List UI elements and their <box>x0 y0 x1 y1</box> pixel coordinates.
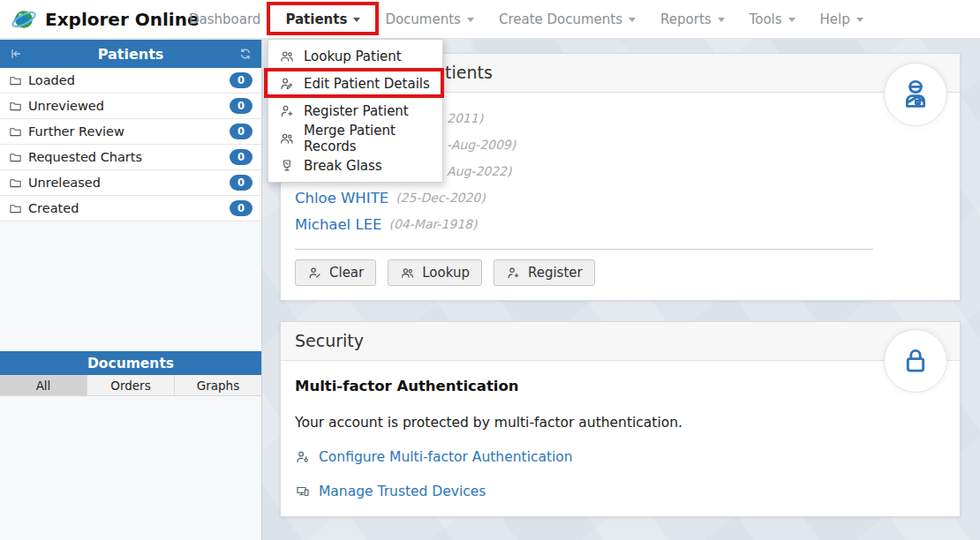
person-add-icon <box>279 103 295 119</box>
caret-down-icon <box>467 18 474 22</box>
mfa-status-text: Your account is protected by multi-facto… <box>295 415 946 431</box>
nav-create-documents[interactable]: Create Documents <box>486 0 648 39</box>
people-group-icon <box>279 49 295 64</box>
people-merge-icon <box>279 131 295 146</box>
people-group-icon <box>400 266 415 281</box>
register-button[interactable]: Register <box>494 259 595 286</box>
security-card-body: Multi-factor Authentication Your account… <box>281 361 960 512</box>
patients-card-title-fragment: tients <box>445 63 493 82</box>
app-brand: Explorer Online <box>0 6 177 33</box>
menu-item-register-patient[interactable]: Register Patient <box>268 97 442 124</box>
menu-item-break-glass[interactable]: Break Glass <box>268 152 442 179</box>
patient-dob-fragment: 2011) <box>447 111 483 125</box>
patient-dob-fragment: -Aug-2009) <box>447 138 516 152</box>
lock-icon <box>899 344 932 378</box>
caret-down-icon <box>353 18 360 22</box>
nav-patients[interactable]: Patients <box>273 0 373 39</box>
caret-down-icon <box>856 18 863 22</box>
folder-icon <box>9 202 22 215</box>
devices-icon <box>295 484 311 499</box>
person-clear-icon <box>307 266 322 281</box>
menu-item-lookup-patient[interactable]: Lookup Patient <box>268 42 442 70</box>
patient-row: Chloe WHITE (25-Dec-2020) <box>295 184 946 211</box>
folder-icon <box>9 151 22 164</box>
tab-orders[interactable]: Orders <box>87 375 175 395</box>
patients-dropdown-menu: Lookup Patient Edit Patient Details Regi… <box>268 39 443 183</box>
security-card-header: Security <box>281 322 960 361</box>
tab-all[interactable]: All <box>0 375 87 395</box>
injured-patient-icon <box>898 77 933 112</box>
count-badge: 0 <box>230 175 253 191</box>
sidebar-item-created[interactable]: Created 0 <box>0 196 261 221</box>
sidebar: Patients Loaded 0 Unreviewed 0 Further R… <box>0 40 262 540</box>
caret-down-icon <box>629 18 636 22</box>
nav-help[interactable]: Help <box>808 0 876 39</box>
sidebar-documents-title: Documents <box>0 351 261 375</box>
refresh-icon[interactable] <box>238 47 253 61</box>
patient-dob-fragment: Aug-2022) <box>447 164 511 178</box>
nav-tools[interactable]: Tools <box>737 0 808 39</box>
patient-dob: (04-Mar-1918) <box>388 217 477 231</box>
count-badge: 0 <box>230 124 253 139</box>
clear-button[interactable]: Clear <box>295 259 376 286</box>
patient-link-chloe-white[interactable]: Chloe WHITE <box>295 190 388 206</box>
patient-link-michael-lee[interactable]: Michael LEE <box>295 216 381 233</box>
break-glass-icon <box>279 158 295 174</box>
sidebar-item-loaded[interactable]: Loaded 0 <box>0 68 261 94</box>
sidebar-item-further-review[interactable]: Further Review 0 <box>0 119 261 145</box>
lookup-button[interactable]: Lookup <box>388 259 482 286</box>
patient-circle-badge <box>884 63 947 126</box>
sidebar-item-unreleased[interactable]: Unreleased 0 <box>0 170 261 196</box>
security-circle-badge <box>884 329 947 393</box>
person-add-icon <box>506 266 521 281</box>
manage-trusted-devices-link[interactable]: Manage Trusted Devices <box>295 484 946 499</box>
nav-documents[interactable]: Documents <box>373 0 486 39</box>
top-navbar: Explorer Online Dashboard Patients Docum… <box>0 0 980 39</box>
tab-graphs[interactable]: Graphs <box>175 375 261 395</box>
folder-icon <box>9 100 22 113</box>
count-badge: 0 <box>230 200 253 216</box>
sidebar-item-requested-charts[interactable]: Requested Charts 0 <box>0 145 261 170</box>
app-logo-icon <box>11 6 37 33</box>
folder-icon <box>9 74 22 87</box>
person-edit-icon <box>279 76 295 92</box>
main-menu: Dashboard Patients Documents Create Docu… <box>177 0 876 39</box>
security-card: Security Multi-factor Authentication You… <box>280 321 961 517</box>
nav-reports[interactable]: Reports <box>648 0 737 39</box>
person-key-icon <box>295 449 311 465</box>
count-badge: 0 <box>230 149 253 165</box>
divider <box>295 249 873 250</box>
sidebar-patients-header: Patients <box>0 40 261 68</box>
count-badge: 0 <box>230 72 253 88</box>
configure-mfa-link[interactable]: Configure Multi-factor Authentication <box>295 449 946 465</box>
folder-icon <box>9 176 22 190</box>
sidebar-documents-panel: Documents All Orders Graphs <box>0 351 261 396</box>
patient-dob: (25-Dec-2020) <box>396 191 486 205</box>
mfa-heading: Multi-factor Authentication <box>295 378 946 394</box>
documents-tabs: All Orders Graphs <box>0 375 261 396</box>
sidebar-patients-title: Patients <box>23 46 238 63</box>
caret-down-icon <box>718 18 725 22</box>
nav-dashboard[interactable]: Dashboard <box>177 0 273 39</box>
caret-down-icon <box>788 18 795 22</box>
folder-icon <box>9 125 22 139</box>
sidebar-item-unreviewed[interactable]: Unreviewed 0 <box>0 94 261 119</box>
count-badge: 0 <box>230 98 253 114</box>
menu-item-merge-patient-records[interactable]: Merge Patient Records <box>268 124 442 152</box>
menu-item-edit-patient-details[interactable]: Edit Patient Details <box>268 70 442 97</box>
collapse-sidebar-icon[interactable] <box>9 47 23 61</box>
patient-row: Michael LEE (04-Mar-1918) <box>295 211 946 237</box>
patients-card-actions: Clear Lookup Register <box>295 259 946 286</box>
